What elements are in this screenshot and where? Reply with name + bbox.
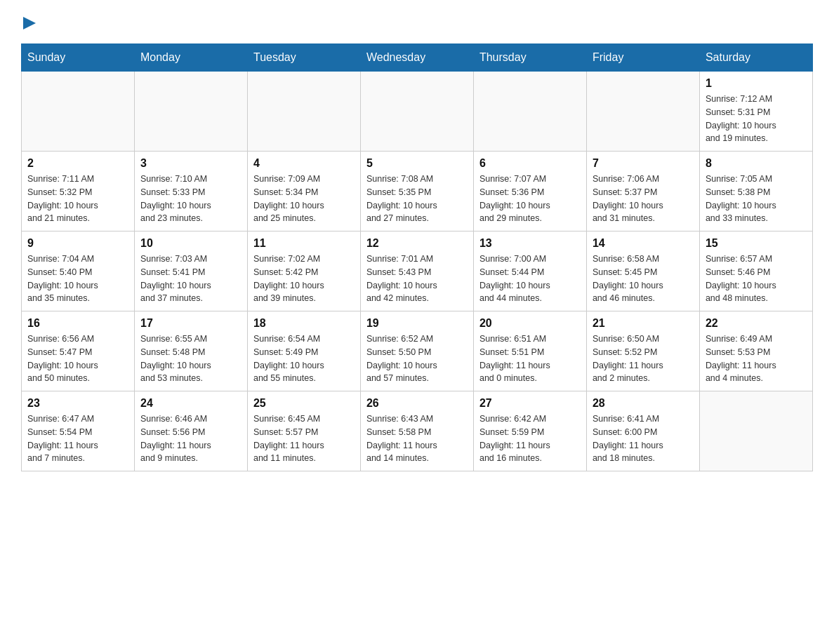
- weekday-header-monday: Monday: [134, 44, 247, 72]
- calendar-cell: 27Sunrise: 6:42 AM Sunset: 5:59 PM Dayli…: [473, 391, 586, 471]
- day-number: 24: [140, 397, 241, 410]
- day-info: Sunrise: 6:51 AM Sunset: 5:51 PM Dayligh…: [479, 333, 581, 385]
- day-info: Sunrise: 6:41 AM Sunset: 6:00 PM Dayligh…: [593, 412, 694, 465]
- day-info: Sunrise: 6:58 AM Sunset: 5:45 PM Dayligh…: [593, 253, 694, 305]
- calendar-cell: 17Sunrise: 6:55 AM Sunset: 5:48 PM Dayli…: [134, 311, 247, 391]
- calendar-cell: 23Sunrise: 6:47 AM Sunset: 5:54 PM Dayli…: [22, 391, 135, 471]
- weekday-header-sunday: Sunday: [22, 44, 135, 72]
- day-number: 2: [27, 157, 128, 170]
- day-number: 6: [479, 157, 581, 170]
- calendar-table: SundayMondayTuesdayWednesdayThursdayFrid…: [21, 43, 813, 471]
- calendar-cell: 16Sunrise: 6:56 AM Sunset: 5:47 PM Dayli…: [22, 311, 135, 391]
- calendar-cell: 8Sunrise: 7:05 AM Sunset: 5:38 PM Daylig…: [699, 152, 812, 232]
- calendar-cell: 9Sunrise: 7:04 AM Sunset: 5:40 PM Daylig…: [22, 232, 135, 311]
- calendar-cell: 2Sunrise: 7:11 AM Sunset: 5:32 PM Daylig…: [22, 152, 135, 232]
- day-info: Sunrise: 6:49 AM Sunset: 5:53 PM Dayligh…: [706, 333, 807, 385]
- day-info: Sunrise: 7:10 AM Sunset: 5:33 PM Dayligh…: [140, 173, 241, 225]
- day-number: 16: [27, 317, 128, 330]
- day-info: Sunrise: 6:47 AM Sunset: 5:54 PM Dayligh…: [27, 412, 128, 465]
- day-info: Sunrise: 6:45 AM Sunset: 5:57 PM Dayligh…: [253, 412, 355, 465]
- calendar-cell: [586, 72, 699, 152]
- calendar-cell: [473, 72, 586, 152]
- day-number: 20: [479, 317, 581, 330]
- day-number: 23: [27, 397, 128, 410]
- calendar-cell: 15Sunrise: 6:57 AM Sunset: 5:46 PM Dayli…: [699, 232, 812, 311]
- calendar-cell: [699, 391, 812, 471]
- calendar-cell: 19Sunrise: 6:52 AM Sunset: 5:50 PM Dayli…: [360, 311, 473, 391]
- page-header: [21, 14, 813, 29]
- day-info: Sunrise: 6:57 AM Sunset: 5:46 PM Dayligh…: [706, 253, 807, 305]
- calendar-cell: 22Sunrise: 6:49 AM Sunset: 5:53 PM Dayli…: [699, 311, 812, 391]
- day-number: 19: [366, 317, 468, 330]
- calendar-cell: 28Sunrise: 6:41 AM Sunset: 6:00 PM Dayli…: [586, 391, 699, 471]
- day-info: Sunrise: 7:07 AM Sunset: 5:36 PM Dayligh…: [479, 173, 581, 225]
- day-info: Sunrise: 7:01 AM Sunset: 5:43 PM Dayligh…: [366, 253, 468, 305]
- day-number: 7: [593, 157, 694, 170]
- calendar-week-4: 16Sunrise: 6:56 AM Sunset: 5:47 PM Dayli…: [22, 311, 813, 391]
- day-info: Sunrise: 6:42 AM Sunset: 5:59 PM Dayligh…: [479, 412, 581, 465]
- weekday-header-thursday: Thursday: [473, 44, 586, 72]
- calendar-cell: 4Sunrise: 7:09 AM Sunset: 5:34 PM Daylig…: [247, 152, 360, 232]
- weekday-header-row: SundayMondayTuesdayWednesdayThursdayFrid…: [22, 44, 813, 72]
- calendar-cell: 3Sunrise: 7:10 AM Sunset: 5:33 PM Daylig…: [134, 152, 247, 232]
- calendar-cell: 18Sunrise: 6:54 AM Sunset: 5:49 PM Dayli…: [247, 311, 360, 391]
- day-number: 1: [706, 77, 807, 90]
- day-number: 11: [253, 237, 355, 250]
- day-number: 18: [253, 317, 355, 330]
- day-number: 3: [140, 157, 241, 170]
- day-info: Sunrise: 7:11 AM Sunset: 5:32 PM Dayligh…: [27, 173, 128, 225]
- svg-marker-0: [23, 17, 36, 29]
- calendar-cell: 12Sunrise: 7:01 AM Sunset: 5:43 PM Dayli…: [360, 232, 473, 311]
- day-info: Sunrise: 7:03 AM Sunset: 5:41 PM Dayligh…: [140, 253, 241, 305]
- day-info: Sunrise: 7:05 AM Sunset: 5:38 PM Dayligh…: [706, 173, 807, 225]
- calendar-cell: 20Sunrise: 6:51 AM Sunset: 5:51 PM Dayli…: [473, 311, 586, 391]
- day-info: Sunrise: 6:56 AM Sunset: 5:47 PM Dayligh…: [27, 333, 128, 385]
- calendar-cell: 25Sunrise: 6:45 AM Sunset: 5:57 PM Dayli…: [247, 391, 360, 471]
- calendar-cell: 11Sunrise: 7:02 AM Sunset: 5:42 PM Dayli…: [247, 232, 360, 311]
- calendar-cell: 13Sunrise: 7:00 AM Sunset: 5:44 PM Dayli…: [473, 232, 586, 311]
- logo-arrow-icon: [23, 17, 36, 29]
- day-info: Sunrise: 7:02 AM Sunset: 5:42 PM Dayligh…: [253, 253, 355, 305]
- calendar-week-1: 1Sunrise: 7:12 AM Sunset: 5:31 PM Daylig…: [22, 72, 813, 152]
- day-number: 28: [593, 397, 694, 410]
- calendar-cell: 5Sunrise: 7:08 AM Sunset: 5:35 PM Daylig…: [360, 152, 473, 232]
- day-info: Sunrise: 6:46 AM Sunset: 5:56 PM Dayligh…: [140, 412, 241, 465]
- calendar-week-2: 2Sunrise: 7:11 AM Sunset: 5:32 PM Daylig…: [22, 152, 813, 232]
- calendar-cell: [22, 72, 135, 152]
- day-number: 25: [253, 397, 355, 410]
- day-number: 26: [366, 397, 468, 410]
- weekday-header-tuesday: Tuesday: [247, 44, 360, 72]
- day-number: 10: [140, 237, 241, 250]
- calendar-cell: 10Sunrise: 7:03 AM Sunset: 5:41 PM Dayli…: [134, 232, 247, 311]
- day-info: Sunrise: 6:54 AM Sunset: 5:49 PM Dayligh…: [253, 333, 355, 385]
- calendar-cell: [134, 72, 247, 152]
- day-info: Sunrise: 6:55 AM Sunset: 5:48 PM Dayligh…: [140, 333, 241, 385]
- day-info: Sunrise: 7:12 AM Sunset: 5:31 PM Dayligh…: [706, 93, 807, 145]
- day-info: Sunrise: 7:00 AM Sunset: 5:44 PM Dayligh…: [479, 253, 581, 305]
- day-info: Sunrise: 6:43 AM Sunset: 5:58 PM Dayligh…: [366, 412, 468, 465]
- calendar-cell: 24Sunrise: 6:46 AM Sunset: 5:56 PM Dayli…: [134, 391, 247, 471]
- calendar-cell: [247, 72, 360, 152]
- calendar-week-5: 23Sunrise: 6:47 AM Sunset: 5:54 PM Dayli…: [22, 391, 813, 471]
- calendar-cell: 7Sunrise: 7:06 AM Sunset: 5:37 PM Daylig…: [586, 152, 699, 232]
- day-number: 17: [140, 317, 241, 330]
- logo: [21, 14, 36, 29]
- day-number: 5: [366, 157, 468, 170]
- day-number: 9: [27, 237, 128, 250]
- day-info: Sunrise: 6:52 AM Sunset: 5:50 PM Dayligh…: [366, 333, 468, 385]
- day-info: Sunrise: 6:50 AM Sunset: 5:52 PM Dayligh…: [593, 333, 694, 385]
- weekday-header-friday: Friday: [586, 44, 699, 72]
- calendar-week-3: 9Sunrise: 7:04 AM Sunset: 5:40 PM Daylig…: [22, 232, 813, 311]
- day-info: Sunrise: 7:04 AM Sunset: 5:40 PM Dayligh…: [27, 253, 128, 305]
- weekday-header-saturday: Saturday: [699, 44, 812, 72]
- day-number: 14: [593, 237, 694, 250]
- day-info: Sunrise: 7:08 AM Sunset: 5:35 PM Dayligh…: [366, 173, 468, 225]
- day-number: 8: [706, 157, 807, 170]
- calendar-cell: 21Sunrise: 6:50 AM Sunset: 5:52 PM Dayli…: [586, 311, 699, 391]
- weekday-header-wednesday: Wednesday: [360, 44, 473, 72]
- day-number: 21: [593, 317, 694, 330]
- calendar-cell: 26Sunrise: 6:43 AM Sunset: 5:58 PM Dayli…: [360, 391, 473, 471]
- day-number: 27: [479, 397, 581, 410]
- day-number: 15: [706, 237, 807, 250]
- day-number: 12: [366, 237, 468, 250]
